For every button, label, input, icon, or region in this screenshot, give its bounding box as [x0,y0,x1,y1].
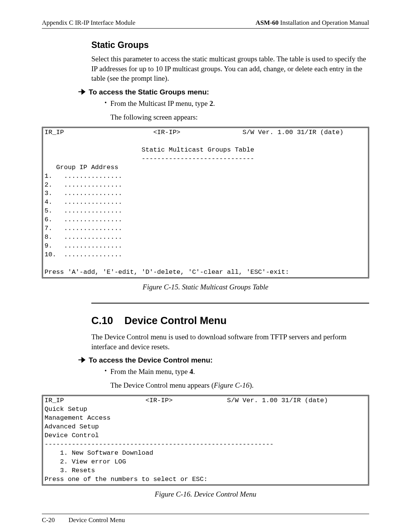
result-text: The following screen appears: [110,113,369,121]
result-post: ). [249,381,253,389]
terminal-screen-2: IR_IP <IR-IP> S/W Ver. 1.00 31/IR (date)… [42,395,369,485]
bullet-pre: From the Main menu, type [110,367,190,375]
section-heading: C.10 Device Control Menu [91,315,369,327]
list-item: 3. Resets [45,467,95,474]
static-groups-section: Static Groups Select this parameter to a… [91,40,369,121]
page-footer: C-20 Device Control Menu [42,514,369,524]
static-groups-paragraph: Select this parameter to access the stat… [91,54,369,83]
result-pre: The Device Control menu appears ( [110,381,214,389]
bullet-icon: • [101,367,110,374]
table-row: 5. ............... [45,207,122,214]
procedure-label: To access the Device Control menu: [89,356,213,364]
list-item: Device Control [45,432,99,439]
section-title: Device Control Menu [124,315,227,327]
bullet-post: . [193,367,195,375]
table-row: 3. ............... [45,190,122,197]
device-control-section: C.10 Device Control Menu The Device Cont… [91,315,369,390]
bullet-pre: From the Multicast IP menu, type [110,99,210,107]
table-row: 8. ............... [45,233,122,241]
figure-caption-1: Figure C-15. Static Multicast Groups Tab… [42,283,369,291]
table-row: 9. ............... [45,242,122,249]
table-row: 6. ............... [45,216,122,223]
bullet-post: . [213,99,215,107]
table-row: 7. ............... [45,225,122,232]
header-right-bold: ASM-60 [256,19,279,26]
procedure-row: To access the Static Groups menu: [78,88,369,96]
t1-prompt: Press 'A'-add, 'E'-edit, 'D'-delete, 'C'… [45,268,289,276]
terminal-screen-1: IR_IP <IR-IP> S/W Ver. 1.00 31/IR (date)… [42,127,369,278]
table-row: 1. ............... [45,173,122,180]
procedure-label: To access the Static Groups menu: [89,88,209,96]
result-fig-ref: Figure C-16 [214,381,250,389]
bullet-text: From the Multicast IP menu, type 2. [110,99,215,108]
t1-hdr-left: IR_IP [45,129,64,136]
bullet-text: From the Main menu, type 4. [110,367,195,376]
list-item: Quick Setup [45,406,87,413]
t2-hdr-left: IR_IP [45,397,64,404]
bullet-key: 4 [190,367,193,375]
header-left: Appendix C IR-IP Interface Module [42,19,135,27]
arrow-icon [78,356,89,364]
bullet-row: • From the Multicast IP menu, type 2. [101,99,369,108]
header-right: ASM-60 Installation and Operation Manual [256,19,369,27]
list-item: Advanced Setup [45,423,99,430]
t1-hdr-right: S/W Ver. 1.00 31/IR (date) [242,129,343,136]
table-row: 10. ............... [45,251,122,258]
t2-divider: ----------------------------------------… [45,441,274,448]
result-text: The Device Control menu appears (Figure … [110,381,369,390]
procedure-row: To access the Device Control menu: [78,356,369,364]
section-number: C.10 [91,315,113,327]
t1-underline: ----------------------------- [142,155,254,162]
footer-text: Device Control Menu [68,516,125,524]
section-rule [91,303,369,304]
t2-hdr-right: S/W Ver. 1.00 31/IR (date) [227,397,328,404]
t1-title: Static Multicast Groups Table [142,146,254,153]
figure-caption-2: Figure C-16. Device Control Menu [42,490,369,498]
table-row: 4. ............... [45,198,122,206]
footer-page-number: C-20 [42,516,68,524]
bullet-icon: • [101,99,110,106]
header-right-rest: Installation and Operation Manual [279,19,369,26]
list-item: 1. New Software Download [45,449,153,457]
page-header: Appendix C IR-IP Interface Module ASM-60… [42,19,369,29]
t1-colhdr: Group IP Address [45,164,118,171]
t2-prompt: Press one of the numbers to select or ES… [45,476,207,483]
list-item: Management Access [45,414,110,422]
table-row: 2. ............... [45,181,122,189]
bullet-key: 2 [210,99,213,107]
static-groups-heading: Static Groups [91,40,369,50]
list-item: 2. View error LOG [45,458,126,465]
t2-hdr-mid: <IR-IP> [145,397,172,404]
t1-hdr-mid: <IR-IP> [153,129,180,136]
bullet-row: • From the Main menu, type 4. [101,367,369,376]
arrow-icon [78,88,89,96]
section-paragraph: The Device Control menu is used to downl… [91,332,369,351]
